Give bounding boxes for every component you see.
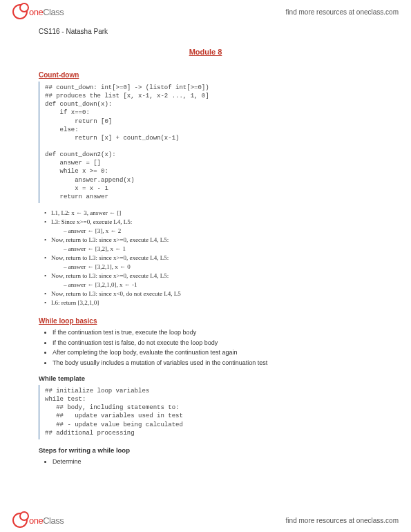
header: oneClass find more resources at oneclass… <box>0 0 411 23</box>
steps-bullets: Determine <box>52 457 372 466</box>
logo-text: oneClass <box>29 515 64 526</box>
list-item: The body usually includes a mutation of … <box>52 358 372 368</box>
list-item: Determine <box>52 457 372 466</box>
page-content: CS116 - Natasha Park Module 8 Count-down… <box>0 0 411 501</box>
logo-icon <box>12 4 28 19</box>
code-while-template: ## initialize loop variables while test:… <box>39 385 372 439</box>
logo-footer[interactable]: oneClass <box>12 513 64 528</box>
while-template-head: While template <box>39 374 372 382</box>
section-while-basics: While loop basics <box>39 317 372 325</box>
list-item: If the continuation test is true, execut… <box>52 327 372 337</box>
logo-text: oneClass <box>29 7 64 17</box>
while-bullets: If the continuation test is true, execut… <box>52 327 372 368</box>
trace-block: •L1, L2: x ← 3, answer ← []•L3: Since x>… <box>44 209 372 308</box>
list-item: After completing the loop body, evaluate… <box>52 348 372 357</box>
code-countdown: ## count_down: int[>=0] -> (listof int[>… <box>39 82 372 203</box>
steps-head: Steps for writing a while loop <box>39 446 372 454</box>
footer-link[interactable]: find more resources at oneclass.com <box>286 517 399 524</box>
course-title: CS116 - Natasha Park <box>39 28 372 35</box>
list-item: If the continuation test is false, do no… <box>52 338 372 348</box>
header-link[interactable]: find more resources at oneclass.com <box>286 8 399 16</box>
section-countdown: Count-down <box>39 71 372 79</box>
logo[interactable]: oneClass <box>12 4 64 19</box>
logo-icon <box>12 513 28 528</box>
module-title: Module 8 <box>39 48 372 56</box>
footer: oneClass find more resources at oneclass… <box>0 509 411 532</box>
